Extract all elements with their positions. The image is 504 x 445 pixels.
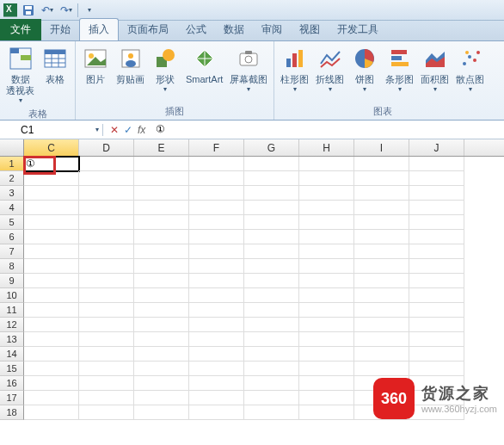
line-chart-button[interactable]: 折线图▾ <box>313 43 347 95</box>
cell[interactable] <box>244 318 299 332</box>
cell[interactable] <box>244 186 299 201</box>
cell[interactable] <box>409 318 464 332</box>
column-header[interactable]: F <box>189 139 244 156</box>
cell[interactable] <box>354 303 409 318</box>
cell[interactable] <box>299 274 354 288</box>
cell[interactable] <box>24 274 79 288</box>
cell[interactable] <box>79 157 134 171</box>
cell[interactable] <box>134 186 189 201</box>
cell[interactable] <box>134 332 189 347</box>
cell[interactable] <box>409 157 464 171</box>
cell[interactable] <box>24 303 79 318</box>
cell[interactable] <box>134 259 189 274</box>
row-header[interactable]: 7 <box>0 244 24 259</box>
table-button[interactable]: 表格 <box>39 43 71 87</box>
tab-insert[interactable]: 插入 <box>79 18 119 40</box>
shapes-button[interactable]: 形状▾ <box>149 43 181 95</box>
cell[interactable] <box>244 405 299 420</box>
tab-data[interactable]: 数据 <box>215 19 253 40</box>
column-header[interactable]: C <box>24 139 79 156</box>
cell[interactable] <box>134 405 189 420</box>
cell[interactable] <box>354 274 409 288</box>
row-header[interactable]: 10 <box>0 288 24 303</box>
cell[interactable] <box>244 332 299 347</box>
row-header[interactable]: 13 <box>0 332 24 347</box>
cell[interactable] <box>299 230 354 244</box>
cell[interactable] <box>409 259 464 274</box>
cell[interactable] <box>79 376 134 391</box>
cell[interactable] <box>79 259 134 274</box>
cell[interactable] <box>79 347 134 362</box>
cell[interactable] <box>134 230 189 244</box>
cell[interactable] <box>354 347 409 362</box>
row-header[interactable]: 2 <box>0 171 24 186</box>
smartart-button[interactable]: SmartArt <box>183 43 225 87</box>
cell[interactable] <box>409 332 464 347</box>
area-chart-button[interactable]: 面积图▾ <box>418 43 452 95</box>
cell[interactable] <box>24 215 79 230</box>
cell[interactable] <box>299 376 354 391</box>
cell[interactable] <box>299 288 354 303</box>
cell[interactable] <box>189 215 244 230</box>
cell[interactable] <box>354 318 409 332</box>
cell[interactable] <box>189 244 244 259</box>
cell[interactable] <box>244 244 299 259</box>
row-header[interactable]: 4 <box>0 201 24 215</box>
cell[interactable] <box>134 171 189 186</box>
cell[interactable] <box>24 318 79 332</box>
cell[interactable] <box>134 376 189 391</box>
row-header[interactable]: 12 <box>0 318 24 332</box>
cell[interactable] <box>79 274 134 288</box>
cell[interactable] <box>134 215 189 230</box>
cell[interactable] <box>79 171 134 186</box>
cell[interactable] <box>354 157 409 171</box>
cell[interactable] <box>409 303 464 318</box>
cell[interactable] <box>189 201 244 215</box>
cell[interactable] <box>134 274 189 288</box>
cell[interactable] <box>244 215 299 230</box>
cell[interactable] <box>189 391 244 405</box>
pie-chart-button[interactable]: 饼图▾ <box>348 43 381 95</box>
cell[interactable] <box>24 376 79 391</box>
cell[interactable] <box>354 362 409 376</box>
cell[interactable] <box>134 362 189 376</box>
cell[interactable] <box>79 318 134 332</box>
cell[interactable] <box>354 230 409 244</box>
tab-review[interactable]: 审阅 <box>253 19 291 40</box>
cell[interactable] <box>189 171 244 186</box>
cell[interactable] <box>79 215 134 230</box>
cell[interactable] <box>134 391 189 405</box>
cell[interactable] <box>189 274 244 288</box>
row-header[interactable]: 8 <box>0 259 24 274</box>
tab-file[interactable]: 文件 <box>0 19 41 40</box>
cell[interactable] <box>189 288 244 303</box>
column-chart-button[interactable]: 柱形图▾ <box>278 43 311 95</box>
row-header[interactable]: 11 <box>0 303 24 318</box>
tab-home[interactable]: 开始 <box>41 19 79 40</box>
screenshot-button[interactable]: 屏幕截图▾ <box>227 43 270 95</box>
cell[interactable] <box>24 244 79 259</box>
cell[interactable] <box>189 405 244 420</box>
cell[interactable] <box>244 303 299 318</box>
cell[interactable] <box>409 201 464 215</box>
cell[interactable] <box>189 186 244 201</box>
column-header[interactable]: D <box>79 139 134 156</box>
cell[interactable] <box>299 362 354 376</box>
row-header[interactable]: 5 <box>0 215 24 230</box>
cell[interactable] <box>24 362 79 376</box>
picture-button[interactable]: 图片 <box>79 43 112 87</box>
fx-icon[interactable]: fx <box>138 124 145 136</box>
cell[interactable] <box>299 347 354 362</box>
formula-input[interactable]: ① <box>152 123 504 136</box>
row-header[interactable]: 3 <box>0 186 24 201</box>
cell[interactable] <box>299 405 354 420</box>
cell[interactable] <box>79 201 134 215</box>
cell[interactable] <box>354 186 409 201</box>
cell[interactable] <box>244 201 299 215</box>
cell[interactable] <box>189 157 244 171</box>
cell[interactable] <box>409 186 464 201</box>
cell[interactable] <box>409 171 464 186</box>
cell[interactable] <box>354 288 409 303</box>
row-header[interactable]: 1 <box>0 157 24 171</box>
cell[interactable] <box>189 318 244 332</box>
